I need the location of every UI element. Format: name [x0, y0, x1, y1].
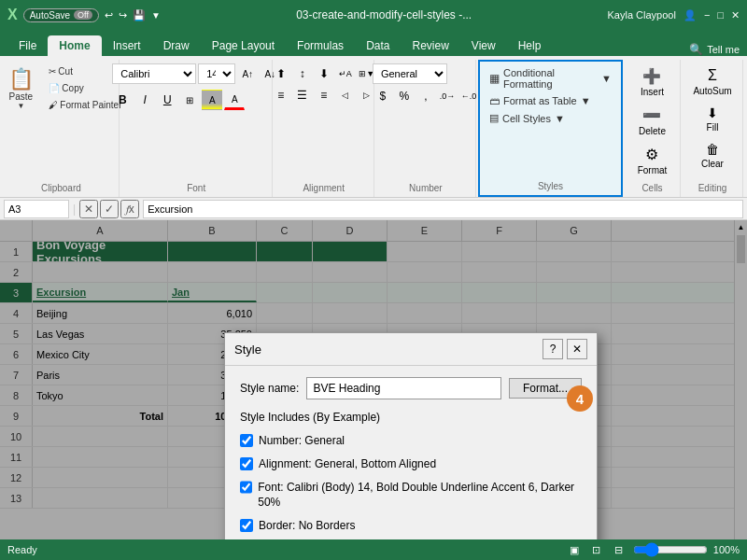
underline-button[interactable]: U — [157, 90, 177, 110]
insert-cells-btn[interactable]: ➕ Insert — [637, 63, 668, 101]
autosave-label: AutoSave — [30, 10, 70, 21]
tab-help[interactable]: Help — [507, 35, 553, 56]
format-cells-btn[interactable]: ⚙ Format — [634, 142, 671, 179]
font-row-2: B I U ⊞ A A — [112, 90, 245, 110]
share-icon[interactable]: 👤 — [684, 9, 697, 21]
border-button[interactable]: ⊞ — [179, 90, 200, 110]
tab-pagelayout[interactable]: Page Layout — [201, 35, 286, 56]
align-center-btn[interactable]: ☰ — [292, 85, 313, 105]
status-right: ▣ ⊡ ⊟ 100% — [566, 541, 740, 558]
style-item-alignment: Alignment: General, Bottom Aligned — [240, 456, 582, 472]
undo-icon[interactable]: ↩ — [105, 9, 113, 21]
align-bottom-btn[interactable]: ⬇ — [314, 63, 334, 84]
currency-btn[interactable]: $ — [373, 86, 393, 106]
styles-label: Styles — [538, 177, 563, 191]
font-color-btn[interactable]: A — [224, 90, 245, 110]
cell-reference-box[interactable]: A3 — [4, 200, 69, 218]
border-text: Border: No Borders — [259, 518, 355, 534]
fill-btn[interactable]: ⬇ Fill — [703, 102, 723, 136]
formula-input[interactable] — [143, 200, 743, 218]
font-row-1: Calibri 14 A↑ A↓ — [112, 63, 280, 84]
tell-me-label[interactable]: Tell me — [707, 44, 740, 55]
autosave-toggle[interactable]: AutoSave Off — [23, 8, 99, 22]
ribbon-group-alignment: ⬆ ↕ ⬇ ↵A ⊞▼ ≡ ☰ ≡ ◁ ▷ Alignment — [275, 60, 374, 197]
bold-button[interactable]: B — [112, 90, 133, 110]
font-label: Font — [187, 179, 205, 193]
tab-view[interactable]: View — [460, 35, 507, 56]
page-layout-view-btn[interactable]: ⊡ — [588, 541, 605, 558]
dialog-help-btn[interactable]: ? — [543, 339, 563, 359]
dialog-close-btn[interactable]: ✕ — [567, 339, 587, 359]
editing-content: Σ AutoSum ⬇ Fill 🗑 Clear — [689, 63, 735, 179]
format-table-icon: 🗃 — [489, 95, 500, 106]
clear-btn[interactable]: 🗑 Clear — [698, 138, 727, 173]
cell-styles-icon: ▤ — [489, 112, 499, 124]
autosum-btn[interactable]: Σ AutoSum — [689, 63, 735, 100]
cancel-formula-btn[interactable]: ✕ — [79, 200, 98, 218]
zoom-slider[interactable] — [633, 543, 708, 556]
cell-styles-button[interactable]: ▤ Cell Styles ▼ — [486, 110, 615, 126]
title-bar: X AutoSave Off ↩ ↪ 💾 ▼ 03-create-and-mod… — [0, 0, 747, 30]
cond-fmt-chevron: ▼ — [601, 73, 612, 84]
customize-icon[interactable]: ▼ — [151, 10, 161, 21]
border-checkbox[interactable] — [240, 519, 253, 532]
font-name-dropdown[interactable]: Calibri — [112, 63, 196, 84]
percent-btn[interactable]: % — [394, 86, 415, 106]
number-format-dropdown[interactable]: General — [373, 63, 447, 84]
number-checkbox[interactable] — [240, 434, 253, 447]
redo-icon[interactable]: ↪ — [119, 9, 127, 21]
font-text: Font: Calibri (Body) 14, Bold Double Und… — [258, 480, 582, 511]
cells-content: ➕ Insert ➖ Delete ⚙ Format — [634, 63, 671, 179]
italic-button[interactable]: I — [134, 90, 155, 110]
decrease-decimal-btn[interactable]: ←.0 — [458, 86, 479, 106]
paste-button[interactable]: 📋 Paste ▼ — [0, 63, 43, 114]
style-name-input[interactable] — [306, 377, 501, 399]
wrap-text-btn[interactable]: ↵A — [335, 63, 356, 84]
tab-data[interactable]: Data — [355, 35, 401, 56]
format-as-table-button[interactable]: 🗃 Format as Table ▼ — [486, 93, 615, 108]
search-icon[interactable]: 🔍 — [689, 43, 703, 56]
tab-formulas[interactable]: Formulas — [286, 35, 355, 56]
close-btn[interactable]: ✕ — [731, 9, 740, 21]
alignment-checkbox[interactable] — [240, 457, 253, 470]
page-break-view-btn[interactable]: ⊟ — [611, 541, 627, 558]
font-checkbox[interactable] — [240, 481, 252, 494]
align-left-btn[interactable]: ≡ — [271, 85, 291, 105]
increase-decimal-btn[interactable]: .0→ — [437, 86, 458, 106]
tab-file[interactable]: File — [7, 35, 48, 56]
fill-color-btn[interactable]: A — [202, 90, 222, 110]
font-content: Calibri 14 A↑ A↓ B I U ⊞ A A — [112, 63, 280, 179]
formula-divider: | — [73, 203, 76, 216]
maximize-btn[interactable]: □ — [717, 9, 724, 21]
number-text: Number: General — [259, 433, 345, 449]
quick-save-icon[interactable]: 💾 — [133, 9, 146, 21]
tab-insert[interactable]: Insert — [102, 35, 152, 56]
confirm-formula-btn[interactable]: ✓ — [100, 200, 119, 218]
formula-bar: A3 | ✕ ✓ 𝑓x — [0, 198, 747, 220]
align-right-btn[interactable]: ≡ — [314, 85, 334, 105]
tab-review[interactable]: Review — [401, 35, 459, 56]
delete-cells-btn[interactable]: ➖ Delete — [635, 103, 669, 140]
ribbon: 📋 Paste ▼ ✂Cut 📄Copy 🖌Format Painter Cli… — [0, 56, 747, 198]
normal-view-btn[interactable]: ▣ — [566, 541, 583, 558]
align-top-btn[interactable]: ⬆ — [271, 63, 291, 84]
dialog-body: Style name: Format... 4 Style Includes (… — [225, 366, 597, 560]
tab-home[interactable]: Home — [48, 35, 101, 56]
minimize-btn[interactable]: − — [704, 9, 710, 21]
ribbon-tabs: File Home Insert Draw Page Layout Formul… — [0, 30, 747, 56]
conditional-formatting-button[interactable]: ▦ Conditional Formatting ▼ — [486, 65, 615, 91]
dialog-overlay: Style ? ✕ Style name: Format... 4 — [0, 220, 747, 560]
cells-label: Cells — [641, 179, 662, 193]
font-size-dropdown[interactable]: 14 — [198, 63, 235, 84]
comma-btn[interactable]: , — [416, 86, 436, 106]
align-middle-btn[interactable]: ↕ — [292, 63, 313, 84]
tab-draw[interactable]: Draw — [152, 35, 201, 56]
autosave-state: Off — [74, 10, 92, 20]
style-item-border: Border: No Borders — [240, 518, 582, 534]
insert-function-btn[interactable]: 𝑓x — [120, 200, 139, 218]
style-name-row: Style name: Format... 4 — [240, 377, 582, 399]
clipboard-label: Clipboard — [41, 179, 81, 193]
increase-font-btn[interactable]: A↑ — [237, 63, 258, 84]
ribbon-group-editing: Σ AutoSum ⬇ Fill 🗑 Clear Editing — [683, 60, 743, 197]
decrease-indent-btn[interactable]: ◁ — [335, 85, 356, 105]
